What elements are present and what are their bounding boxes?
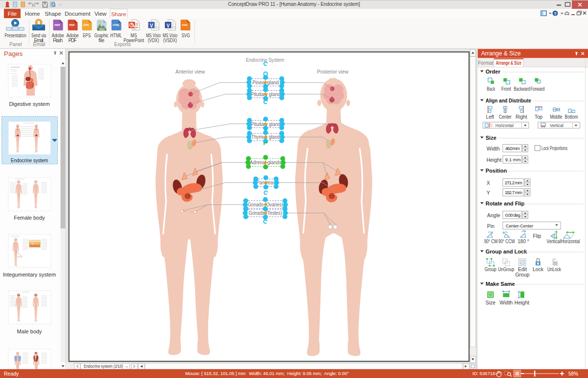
svg-text:Vertical: Vertical (550, 123, 564, 128)
svg-text:9.1 mm: 9.1 mm (505, 157, 521, 162)
svg-text:Center-Center: Center-Center (506, 223, 533, 228)
svg-text:Endocrine system: Endocrine system (11, 157, 48, 163)
svg-text:0.00 deg: 0.00 deg (505, 212, 520, 218)
svg-text:Group and Lock: Group and Lock (486, 249, 527, 254)
svg-text:Rotate and Flip: Rotate and Flip (486, 201, 525, 206)
svg-text:Angle: Angle (487, 212, 500, 218)
svg-text:Group: Group (485, 267, 496, 272)
svg-text:Flash: Flash (53, 38, 63, 43)
svg-text:Horizontal: Horizontal (495, 123, 514, 128)
svg-text:Size: Size (486, 300, 496, 305)
svg-text:UnLock: UnLock (547, 267, 562, 272)
svg-text:Graphic: Graphic (95, 33, 109, 38)
svg-text:Backward: Backward (514, 86, 530, 92)
svg-text:Arrange & Size: Arrange & Size (481, 50, 521, 57)
svg-text:Horizontal: Horizontal (561, 239, 580, 244)
svg-text:Group: Group (515, 272, 529, 277)
svg-text:Make Same: Make Same (486, 281, 515, 287)
svg-text:Integumentary system: Integumentary system (3, 272, 56, 277)
svg-text:58%: 58% (568, 371, 578, 377)
svg-text:Bottom: Bottom (565, 114, 578, 120)
svg-text:Width: Width (487, 146, 500, 151)
svg-text:?: ? (554, 11, 557, 16)
svg-text:file: file (98, 38, 104, 43)
svg-text:Center: Center (499, 114, 512, 120)
svg-text:MS Visio: MS Visio (146, 33, 161, 38)
svg-text:(VSDX): (VSDX) (163, 38, 177, 43)
svg-text:Female body: Female body (14, 215, 45, 221)
svg-text:HTML: HTML (110, 33, 122, 38)
svg-text:Pin: Pin (487, 223, 494, 229)
svg-text:Position: Position (486, 168, 507, 174)
svg-text:Align and Distribute: Align and Distribute (486, 98, 531, 103)
svg-text:(VDX): (VDX) (148, 38, 159, 43)
svg-text:UnGroup: UnGroup (498, 267, 514, 272)
svg-text:Exports: Exports (114, 42, 131, 47)
svg-text:Panel: Panel (9, 42, 22, 47)
svg-text:Back: Back (487, 86, 496, 92)
svg-text:Forward: Forward (531, 86, 545, 92)
svg-text:Size: Size (486, 135, 496, 141)
svg-text:Right: Right (515, 114, 527, 120)
svg-text:Order: Order (486, 69, 501, 75)
svg-text:90° CCW: 90° CCW (498, 239, 515, 244)
svg-text:Flip: Flip (533, 233, 541, 239)
svg-text:271.2 mm: 271.2 mm (505, 180, 522, 185)
svg-text:Format: Format (478, 60, 493, 66)
svg-text:Digestive system: Digestive system (9, 101, 49, 107)
svg-text:Posterior view: Posterior view (317, 69, 348, 75)
svg-text:Male body: Male body (17, 328, 42, 334)
svg-text:MS: MS (131, 33, 137, 38)
svg-text:Lock: Lock (533, 266, 544, 272)
svg-text:Front: Front (501, 86, 511, 92)
svg-text:Endocrine system (2/10): Endocrine system (2/10) (84, 364, 123, 369)
svg-text:Middle: Middle (550, 114, 563, 120)
svg-text:Height: Height (514, 300, 529, 305)
svg-text:180 °: 180 ° (517, 239, 529, 244)
svg-text:EPS: EPS (83, 33, 91, 38)
svg-text:Top: Top (535, 114, 543, 120)
svg-text:SVG: SVG (182, 33, 190, 38)
svg-text:MS Visio: MS Visio (163, 33, 177, 38)
svg-text:46.0 mm: 46.0 mm (505, 146, 520, 151)
svg-text:Presentation: Presentation (5, 33, 26, 38)
svg-text:Left: Left (486, 114, 494, 120)
svg-text:Lock Proportions: Lock Proportions (541, 146, 567, 151)
svg-text:152.7 mm: 152.7 mm (505, 190, 522, 195)
svg-text:X: X (487, 180, 490, 186)
svg-text:Anterior view: Anterior view (175, 69, 205, 75)
svg-text:Width: Width (500, 300, 513, 305)
svg-text:PDF: PDF (69, 38, 77, 43)
svg-text:Adobe: Adobe (67, 33, 79, 38)
svg-text:Vertical: Vertical (547, 239, 561, 244)
svg-text:Arrange & Size: Arrange & Size (496, 60, 521, 66)
svg-text:Y: Y (487, 190, 490, 196)
svg-text:Email: Email (33, 42, 45, 47)
svg-text:Adobe: Adobe (52, 33, 64, 38)
svg-text:Pages: Pages (4, 50, 23, 57)
svg-text:90° CW: 90° CW (484, 239, 498, 244)
svg-text:Height: Height (487, 157, 501, 163)
svg-text:Send via: Send via (31, 33, 46, 38)
